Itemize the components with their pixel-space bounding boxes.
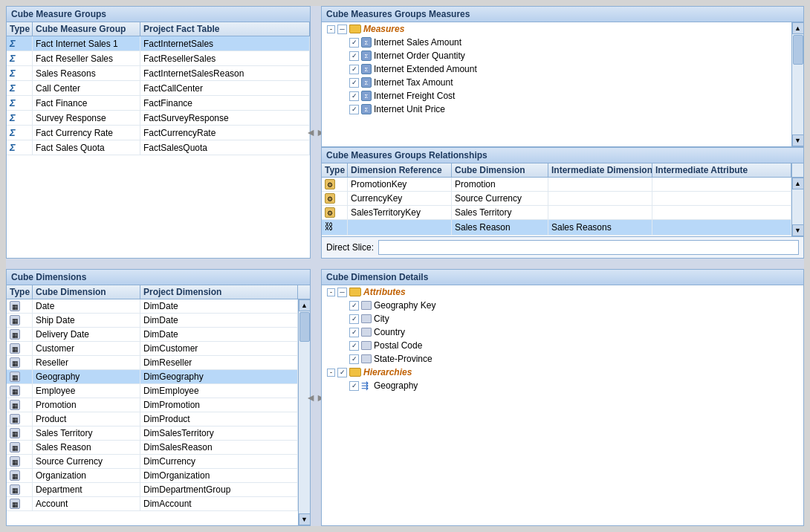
relationship-row[interactable]: ⛓ Sales Reason Sales Reasons — [322, 220, 791, 236]
cube-dimension-row[interactable]: ▦ Employee DimEmployee — [7, 384, 298, 398]
relationship-row[interactable]: ⚙ CurrencyKey Source Currency — [322, 192, 791, 206]
measures-title: Cube Measures Groups Measures — [322, 7, 803, 22]
cube-dimensions-title: Cube Dimensions — [7, 270, 310, 285]
checkbox[interactable] — [349, 78, 359, 88]
sigma-icon: Σ — [10, 142, 16, 153]
cube-dimension-row[interactable]: ▦ Product DimProduct — [7, 412, 298, 426]
measures-scrollbar[interactable]: ▲ ▼ — [791, 22, 803, 146]
checkbox[interactable] — [337, 25, 347, 34]
dimension-icon: ▦ — [10, 329, 20, 340]
direct-slice-row: Direct Slice: — [322, 236, 803, 258]
dim-scroll-down[interactable]: ▼ — [299, 513, 311, 525]
dimension-icon: ▦ — [10, 470, 20, 481]
dimension-icon: ▦ — [10, 301, 20, 311]
cube-dimension-row[interactable]: ▦ Customer DimCustomer — [7, 342, 298, 356]
cube-measure-group-row[interactable]: Σ Survey Response FactSurveyResponse — [7, 111, 310, 126]
dimension-icon: ▦ — [10, 428, 20, 438]
cube-dimension-row[interactable]: ▦ Organization DimOrganization — [7, 469, 298, 483]
col-fact: Project Fact Table — [140, 22, 310, 36]
cube-measure-groups-header: Type Cube Measure Group Project Fact Tab… — [7, 22, 310, 36]
checkbox[interactable] — [349, 314, 359, 324]
checkbox[interactable] — [349, 51, 359, 61]
dim-scroll-up[interactable]: ▲ — [299, 299, 311, 311]
checkbox[interactable] — [349, 301, 359, 311]
cube-dimensions-list: ▦ Date DimDate ▦ Ship Date DimDate ▦ Del… — [7, 299, 298, 525]
cube-dimension-row[interactable]: ▦ Sales Territory DimSalesTerritory — [7, 426, 298, 441]
expand-btn[interactable]: - — [327, 25, 335, 33]
measures-tree-item: ΣInternet Extended Amount — [322, 62, 791, 76]
scroll-up-btn[interactable]: ▲ — [792, 22, 804, 34]
checkbox[interactable] — [349, 341, 359, 351]
sigma-measure-icon: Σ — [361, 91, 372, 101]
cube-measure-group-row[interactable]: Σ Fact Reseller Sales FactResellerSales — [7, 51, 310, 66]
cube-dimension-row[interactable]: ▦ Source Currency DimCurrency — [7, 455, 298, 469]
top-right-column: Cube Measures Groups Measures -MeasuresΣ… — [321, 6, 804, 259]
checkbox[interactable] — [349, 328, 359, 337]
direct-slice-input[interactable] — [378, 240, 799, 255]
cube-measure-group-row[interactable]: Σ Fact Sales Quota FactSalesQuota — [7, 140, 310, 155]
cube-dimension-row[interactable]: ▦ Department DimDepartmentGroup — [7, 483, 298, 497]
checkbox[interactable] — [349, 91, 359, 101]
cube-dimension-details-title: Cube Dimension Details — [322, 270, 803, 285]
checkbox[interactable] — [337, 288, 347, 297]
details-tree-item[interactable]: -Attributes — [322, 285, 803, 299]
key-icon: ⚙ — [325, 193, 335, 204]
cube-measure-group-row[interactable]: Σ Fact Internet Sales 1 FactInternetSale… — [7, 36, 310, 51]
dimensions-scrollbar[interactable]: ▲ ▼ — [298, 299, 310, 525]
measures-tree: -MeasuresΣInternet Sales AmountΣInternet… — [322, 22, 791, 146]
checkbox[interactable] — [349, 354, 359, 364]
measures-tree-item: ΣInternet Order Quantity — [322, 49, 791, 62]
attr-icon — [361, 328, 372, 337]
cube-measure-group-row[interactable]: Σ Sales Reasons FactInternetSalesReason — [7, 66, 310, 81]
key-icon: ⚙ — [325, 207, 335, 218]
cube-dimension-row[interactable]: ▦ Delivery Date DimDate — [7, 328, 298, 342]
vertical-splitter-top[interactable]: ◄► — [311, 6, 321, 259]
rel-scroll-up[interactable]: ▲ — [792, 178, 804, 189]
sigma-icon: Σ — [10, 127, 16, 138]
checkbox[interactable] — [337, 368, 347, 377]
measures-tree-item: ΣInternet Tax Amount — [322, 76, 791, 89]
checkbox[interactable] — [349, 65, 359, 74]
cube-measures-groups-relationships-panel: Cube Measures Groups Relationships Type … — [321, 147, 804, 259]
relationships-title: Cube Measures Groups Relationships — [322, 148, 803, 163]
folder-icon — [349, 25, 361, 33]
cube-measure-group-row[interactable]: Σ Fact Currency Rate FactCurrencyRate — [7, 126, 310, 140]
vertical-splitter-bottom[interactable]: ◄► — [311, 269, 321, 526]
relationship-row[interactable]: ⚙ SalesTerritoryKey Sales Territory — [322, 206, 791, 220]
attr-icon — [361, 341, 372, 350]
cube-dimension-row[interactable]: ▦ Geography DimGeography — [7, 370, 298, 384]
checkbox[interactable] — [349, 105, 359, 114]
expand-btn[interactable]: - — [327, 288, 335, 296]
relationships-scrollbar[interactable]: ▲ ▼ — [791, 178, 803, 236]
details-tree-item: Postal Code — [322, 339, 803, 352]
expand-btn[interactable]: - — [327, 369, 335, 377]
measures-tree-item[interactable]: -Measures — [322, 22, 791, 36]
horizontal-splitter-right[interactable] — [321, 259, 804, 269]
sigma-measure-icon: Σ — [361, 77, 372, 88]
cube-measure-group-row[interactable]: Σ Call Center FactCallCenter — [7, 81, 310, 96]
rel-scroll-down[interactable]: ▼ — [792, 224, 804, 236]
measures-tree-item: ΣInternet Freight Cost — [322, 89, 791, 103]
cube-dimension-row[interactable]: ▦ Ship Date DimDate — [7, 314, 298, 328]
attr-icon — [361, 301, 372, 310]
checkbox[interactable] — [349, 38, 359, 48]
cube-dimension-row[interactable]: ▦ Account DimAccount — [7, 497, 298, 511]
cube-dimension-row[interactable]: ▦ Reseller DimReseller — [7, 356, 298, 370]
cube-measure-group-row[interactable]: Σ Fact Finance FactFinance — [7, 96, 310, 111]
cube-dimension-row[interactable]: ▦ Date DimDate — [7, 299, 298, 314]
cube-dimension-row[interactable]: ▦ Promotion DimPromotion — [7, 398, 298, 412]
center-splitter — [311, 259, 321, 269]
sigma-icon: Σ — [10, 68, 16, 79]
details-tree-item: ⇶Geography — [322, 379, 803, 392]
dimension-icon: ▦ — [10, 456, 20, 467]
horizontal-splitter-left[interactable] — [6, 259, 311, 269]
measures-tree-item: ΣInternet Sales Amount — [322, 36, 791, 49]
details-tree-item[interactable]: -Hierarchies — [322, 366, 803, 379]
dimension-icon: ▦ — [10, 386, 20, 396]
relationship-row[interactable]: ⚙ PromotionKey Promotion — [322, 178, 791, 192]
checkbox[interactable] — [349, 381, 359, 391]
details-tree-item: City — [322, 312, 803, 325]
scroll-down-btn[interactable]: ▼ — [792, 134, 804, 146]
dimension-icon: ▦ — [10, 343, 20, 354]
cube-dimension-row[interactable]: ▦ Sales Reason DimSalesReason — [7, 441, 298, 455]
